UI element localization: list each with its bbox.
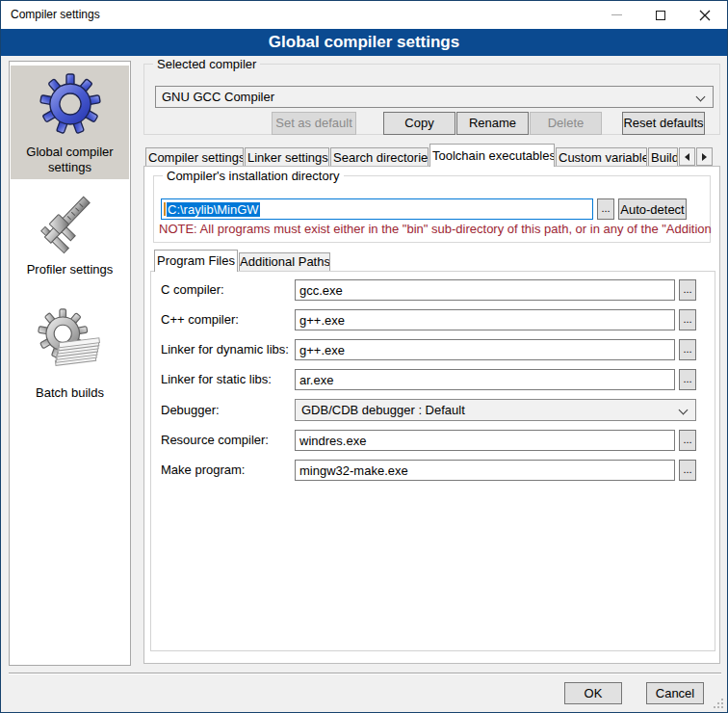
cpp-compiler-input[interactable] <box>295 309 675 330</box>
reset-defaults-button[interactable]: Reset defaults <box>622 112 705 135</box>
resource-compiler-input[interactable] <box>295 430 675 451</box>
gear-stack-icon <box>36 308 105 378</box>
dialog-header-text: Global compiler settings <box>269 33 459 51</box>
linker-dynamic-label: Linker for dynamic libs: <box>161 342 289 356</box>
rename-button[interactable]: Rename <box>456 112 529 135</box>
resize-grip[interactable] <box>714 699 724 709</box>
linker-static-browse-button[interactable]: ... <box>679 369 696 390</box>
linker-static-label: Linker for static libs: <box>161 372 272 386</box>
linker-dynamic-browse-button[interactable]: ... <box>679 339 696 360</box>
chevron-down-icon <box>679 406 689 415</box>
chevron-down-icon <box>696 92 706 102</box>
cancel-button[interactable]: Cancel <box>646 682 704 704</box>
window-controls <box>594 1 727 29</box>
tab-toolchain-executables[interactable]: Toolchain executables <box>429 144 555 167</box>
c-compiler-input[interactable] <box>295 279 675 301</box>
selected-compiler-dropdown[interactable]: GNU GCC Compiler <box>155 86 714 108</box>
tab-custom-variables[interactable]: Custom variables <box>556 147 647 167</box>
make-program-input[interactable] <box>295 460 675 481</box>
tab-compiler-settings[interactable]: Compiler settings <box>145 147 244 167</box>
bin-subdirectory-note: NOTE: All programs must exist either in … <box>159 222 712 236</box>
close-icon <box>699 10 711 21</box>
installation-directory-browse-button[interactable]: ... <box>597 198 614 220</box>
copy-button[interactable]: Copy <box>383 112 455 135</box>
text-caret <box>164 202 166 216</box>
installation-directory-value: C:\raylib\MinGW <box>167 202 260 217</box>
sidebar-item-label: Profiler settings <box>11 262 129 277</box>
installation-directory-input[interactable]: C:\raylib\MinGW <box>161 198 593 220</box>
blue-gear-icon <box>39 73 101 135</box>
cpp-compiler-label: C++ compiler: <box>161 312 239 327</box>
make-program-browse-button[interactable]: ... <box>679 460 696 481</box>
caliper-icon <box>36 185 105 258</box>
debugger-dropdown[interactable]: GDB/CDB debugger : Default <box>295 399 696 421</box>
right-arrow-icon <box>702 153 707 161</box>
resource-compiler-browse-button[interactable]: ... <box>679 430 696 451</box>
subtab-additional-paths[interactable]: Additional Paths <box>239 252 330 271</box>
left-arrow-icon <box>685 153 689 161</box>
maximize-icon <box>656 11 665 20</box>
c-compiler-browse-button[interactable]: ... <box>679 279 696 301</box>
c-compiler-label: C compiler: <box>161 282 224 297</box>
tab-linker-settings[interactable]: Linker settings <box>245 147 329 167</box>
dialog-header: Global compiler settings <box>1 29 727 56</box>
maximize-button[interactable] <box>638 1 683 29</box>
sidebar-item-label: Batch builds <box>11 385 129 401</box>
make-program-label: Make program: <box>161 462 245 477</box>
selected-compiler-value: GNU GCC Compiler <box>162 90 274 104</box>
debugger-label: Debugger: <box>161 403 220 417</box>
sidebar-item-profiler-settings[interactable]: Profiler settings <box>11 181 129 285</box>
titlebar[interactable]: Compiler settings <box>1 1 727 29</box>
sidebar-item-label: Global compiler settings <box>11 145 129 175</box>
ok-button[interactable]: OK <box>564 682 622 704</box>
sidebar-item-batch-builds[interactable]: Batch builds <box>11 297 129 409</box>
tab-build-options-truncated[interactable]: Build <box>648 147 678 167</box>
footer-separator <box>9 673 721 674</box>
tab-scroll-right-button[interactable] <box>696 147 713 166</box>
auto-detect-button[interactable]: Auto-detect <box>618 198 687 220</box>
resource-compiler-label: Resource compiler: <box>161 433 269 447</box>
minimize-icon <box>611 14 622 15</box>
window-title: Compiler settings <box>11 1 100 29</box>
settings-category-list: Global compiler settings Profile <box>9 61 131 666</box>
cpp-compiler-browse-button[interactable]: ... <box>679 309 696 330</box>
compiler-settings-window: Compiler settings Global compiler settin… <box>0 0 728 713</box>
linker-static-input[interactable] <box>295 369 675 390</box>
delete-button[interactable]: Delete <box>530 112 602 135</box>
minimize-button[interactable] <box>594 1 638 29</box>
tab-search-directories[interactable]: Search directories <box>330 147 429 167</box>
linker-dynamic-input[interactable] <box>295 339 675 360</box>
installation-directory-group-label: Compiler's installation directory <box>163 169 344 183</box>
sidebar-item-global-compiler-settings[interactable]: Global compiler settings <box>11 66 129 179</box>
close-button[interactable] <box>683 1 727 29</box>
subtab-program-files[interactable]: Program Files <box>154 250 238 272</box>
selected-compiler-group-label: Selected compiler <box>153 57 260 71</box>
tab-scroll-left-button[interactable] <box>679 147 695 166</box>
set-as-default-button[interactable]: Set as default <box>272 112 356 135</box>
debugger-value: GDB/CDB debugger : Default <box>301 403 465 417</box>
